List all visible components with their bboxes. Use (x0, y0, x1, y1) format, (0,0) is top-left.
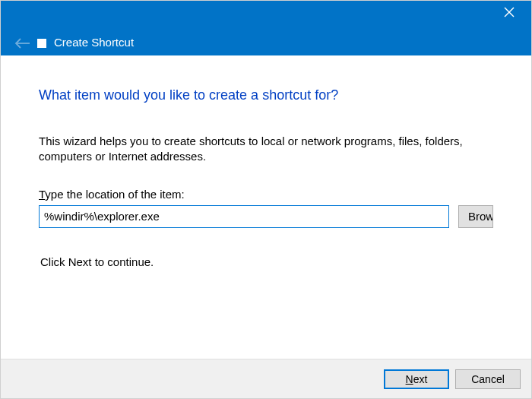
window-title: Create Shortcut (54, 36, 134, 49)
wizard-content: What item would you like to create a sho… (1, 55, 531, 359)
browse-button[interactable]: Browse... (458, 205, 493, 228)
cancel-button[interactable]: Cancel (455, 369, 521, 389)
app-icon (37, 39, 46, 48)
location-label: Type the location of the item: (39, 188, 493, 201)
back-arrow-icon (14, 37, 31, 49)
page-heading: What item would you like to create a sho… (39, 87, 493, 103)
next-button[interactable]: Next (384, 369, 449, 389)
close-icon (504, 7, 515, 17)
create-shortcut-wizard: Create Shortcut What item would you like… (0, 0, 532, 399)
location-input[interactable] (39, 205, 449, 228)
close-button[interactable] (502, 5, 516, 19)
location-row: Browse... (39, 205, 493, 228)
back-button[interactable] (14, 37, 31, 49)
wizard-footer: Next Cancel (1, 359, 531, 398)
titlebar: Create Shortcut (1, 1, 531, 55)
page-description: This wizard helps you to create shortcut… (39, 134, 493, 165)
continue-hint: Click Next to continue. (40, 255, 493, 268)
